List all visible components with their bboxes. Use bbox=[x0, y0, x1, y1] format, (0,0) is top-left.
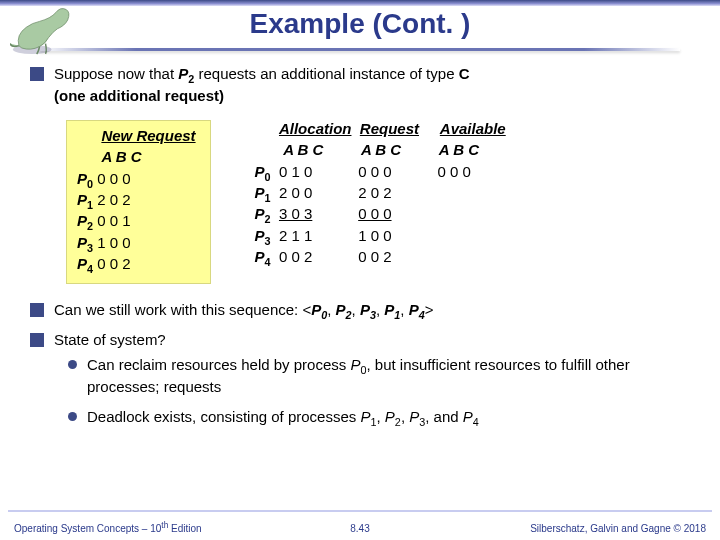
available-title: Available bbox=[440, 120, 506, 137]
table-row: P2 0 0 1 bbox=[77, 212, 196, 233]
square-bullet-icon bbox=[30, 303, 44, 317]
table-row: P3 1 0 0 bbox=[77, 234, 196, 255]
table-row: P1 2 0 0 2 0 2 bbox=[255, 184, 506, 205]
table-row: P0 0 0 0 bbox=[77, 170, 196, 191]
subbullet-deadlock: Deadlock exists, consisting of processes… bbox=[68, 407, 690, 429]
bullet-state: State of system? bbox=[30, 330, 690, 350]
state-tables: P0 Allocation Request Available P0 A B C… bbox=[255, 120, 506, 284]
intro-prefix: Suppose now that bbox=[54, 65, 178, 82]
new-request-table: P0 New Request P0 A B C P0 0 0 0 P1 2 0 … bbox=[66, 120, 211, 284]
table-row: P2 3 0 3 0 0 0 bbox=[255, 205, 506, 226]
q1-suffix: > bbox=[425, 301, 434, 318]
sequence-text: Can we still work with this sequence: <P… bbox=[54, 300, 690, 322]
footer-right: Silberschatz, Galvin and Gagne © 2018 bbox=[530, 523, 706, 534]
dot-bullet-icon bbox=[68, 412, 77, 421]
table-row: P4 0 0 2 bbox=[77, 255, 196, 276]
dot-bullet-icon bbox=[68, 360, 77, 369]
subbullet-reclaim: Can reclaim resources held by process P0… bbox=[68, 355, 690, 397]
table-row: P4 0 0 2 0 0 2 bbox=[255, 248, 506, 269]
sub2-text: Deadlock exists, consisting of processes… bbox=[87, 407, 690, 429]
request-header: A B C bbox=[361, 141, 401, 158]
intro-proc: P bbox=[178, 65, 188, 82]
table-row: P1 2 0 2 bbox=[77, 191, 196, 212]
page-title: Example (Cont. ) bbox=[0, 8, 720, 40]
state-question: State of system? bbox=[54, 330, 690, 350]
new-request-header: A B C bbox=[101, 148, 141, 165]
table-row: P3 2 1 1 1 0 0 bbox=[255, 227, 506, 248]
intro-mid: requests an additional instance of type bbox=[194, 65, 458, 82]
top-gradient bbox=[0, 0, 720, 6]
intro-text: Suppose now that P2 requests an addition… bbox=[54, 64, 690, 106]
sub1-text: Can reclaim resources held by process P0… bbox=[87, 355, 690, 397]
footer: Operating System Concepts – 10th Edition… bbox=[0, 516, 720, 534]
table-row: P0 0 1 0 0 0 0 0 0 0 bbox=[255, 163, 506, 184]
bullet-intro: Suppose now that P2 requests an addition… bbox=[30, 64, 690, 106]
alloc-header: A B C bbox=[283, 141, 323, 158]
body: Suppose now that P2 requests an addition… bbox=[30, 64, 690, 504]
tables-row: P0 New Request P0 A B C P0 0 0 0 P1 2 0 … bbox=[66, 120, 690, 284]
square-bullet-icon bbox=[30, 333, 44, 347]
bullet-sequence: Can we still work with this sequence: <P… bbox=[30, 300, 690, 322]
sublist: Can reclaim resources held by process P0… bbox=[68, 355, 690, 429]
slide: Example (Cont. ) Suppose now that P2 req… bbox=[0, 0, 720, 540]
q1-prefix: Can we still work with this sequence: < bbox=[54, 301, 311, 318]
intro-type: C bbox=[459, 65, 470, 82]
new-request-title: New Request bbox=[101, 127, 195, 144]
request-title: Request bbox=[360, 120, 419, 137]
title-underline bbox=[40, 48, 680, 51]
square-bullet-icon bbox=[30, 67, 44, 81]
allocation-title: Allocation bbox=[279, 120, 352, 137]
intro-line2: (one additional request) bbox=[54, 87, 224, 104]
footer-line bbox=[8, 510, 712, 512]
available-header: A B C bbox=[439, 141, 479, 158]
